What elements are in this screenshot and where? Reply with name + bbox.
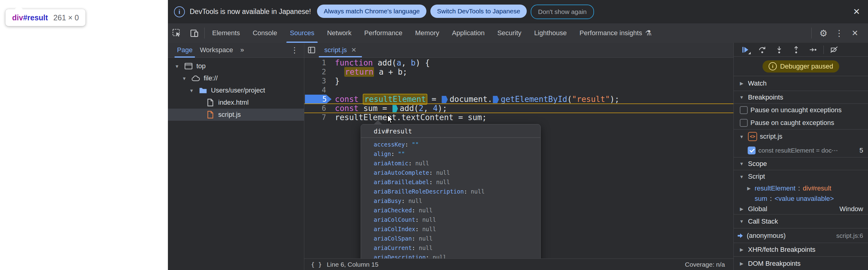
section-scope[interactable]: ▼ Scope — [734, 157, 868, 170]
paused-position-marker-icon[interactable] — [393, 105, 398, 112]
script-file-icon: <> — [748, 132, 757, 141]
scope-global-row[interactable]: ▶ Global Window — [734, 204, 868, 214]
breakpoint-group-row[interactable]: ▼ <> script.js — [734, 129, 868, 144]
tab-performance[interactable]: Performance — [358, 23, 409, 43]
editor-tab-script-js[interactable]: script.js ✕ — [319, 43, 362, 57]
debugger-paused-badge: i Debugger paused — [763, 60, 839, 72]
chevron-down-icon[interactable]: ▼ — [181, 76, 188, 81]
tree-item-users-user-project[interactable]: ▼Users/user/project — [168, 84, 304, 96]
tree-item-label: script.js — [218, 111, 241, 119]
scope-var-row[interactable]: ▶ resultElement: div#result — [734, 183, 868, 193]
close-devtools-icon[interactable]: ✕ — [846, 23, 864, 43]
scope-var-row[interactable]: sum: <value unavailable> — [734, 193, 868, 204]
section-dom-breakpoints[interactable]: ▶ DOM Breakpoints — [734, 257, 868, 270]
tab-label: Memory — [415, 29, 439, 37]
don-t-show-again-button[interactable]: Don't show again — [531, 5, 594, 19]
tree-item-file-[interactable]: ▼file:// — [168, 72, 304, 84]
variable-name: sum — [755, 195, 767, 203]
tab-sources[interactable]: Sources — [283, 23, 321, 43]
tab-security[interactable]: Security — [491, 23, 528, 43]
navigator-toggle-icon[interactable] — [304, 43, 319, 57]
file-js-icon — [205, 111, 216, 119]
section-watch[interactable]: ▶ Watch — [734, 76, 868, 91]
inline-breakpoint-marker-icon[interactable] — [493, 96, 499, 103]
pause-caught-row: Pause on caught exceptions — [734, 117, 868, 129]
status-coverage[interactable]: Coverage: n/a — [685, 261, 727, 268]
breakpoint-line-number: 5 — [860, 147, 868, 154]
tree-item-index-html[interactable]: index.html — [168, 96, 304, 109]
call-stack-frame-row[interactable]: (anonymous) script.js:6 — [734, 229, 868, 243]
more-tabs-icon[interactable]: » — [238, 46, 246, 54]
always-match-chrome-s-language-button[interactable]: Always match Chrome's language — [317, 5, 427, 18]
breakpoint-entry-row[interactable]: const resultElement = doc⋯ 5 — [734, 144, 868, 157]
code-token: , — [401, 58, 411, 67]
code-editor[interactable]: 1function add(a, b) {2 return a + b;3}45… — [304, 58, 734, 259]
code-token: getElementById — [501, 95, 567, 104]
inspect-element-icon[interactable] — [168, 23, 185, 43]
line-number[interactable]: 4 — [304, 86, 330, 95]
code-token — [359, 95, 363, 104]
tab-performance-insights[interactable]: Performance insights⚗ — [573, 23, 658, 43]
line-number[interactable]: 6 — [304, 104, 330, 113]
tab-lighthouse[interactable]: Lighthouse — [528, 23, 573, 43]
line-number[interactable]: 2 — [304, 67, 330, 77]
tab-console[interactable]: Console — [246, 23, 284, 43]
editor-tab-label: script.js — [324, 46, 347, 54]
line-number[interactable]: 3 — [304, 77, 330, 86]
step-button[interactable] — [805, 43, 822, 57]
variable-value: div#result — [803, 184, 831, 192]
tree-item-top[interactable]: ▼top — [168, 60, 304, 72]
step-into-button[interactable] — [771, 43, 788, 57]
inline-breakpoint-marker-icon[interactable] — [441, 96, 447, 103]
popover-property-list: accessKey: ""align: ""ariaAtomic: nullar… — [361, 138, 540, 259]
chevron-down-icon[interactable]: ▼ — [173, 64, 181, 69]
code-line: 5const resultElement = document.getEleme… — [304, 95, 734, 104]
step-out-button[interactable] — [788, 43, 805, 57]
scope-script-row[interactable]: ▼ Script — [734, 170, 868, 183]
navigator-menu-icon[interactable]: ⋮ — [288, 46, 301, 55]
code-token: a — [397, 58, 402, 67]
pause-uncaught-row: Pause on uncaught exceptions — [734, 104, 868, 117]
section-xhr-breakpoints[interactable]: ▶ XHR/fetch Breakpoints — [734, 243, 868, 257]
line-number[interactable]: 1 — [304, 58, 330, 67]
tab-label: Performance insights — [580, 29, 642, 37]
chevron-down-icon: ▼ — [738, 161, 745, 166]
breakpoint-badge[interactable]: 5 — [304, 95, 330, 104]
cloud-icon — [191, 74, 201, 82]
chevron-right-icon: ▶ — [738, 81, 745, 86]
tab-application[interactable]: Application — [445, 23, 491, 43]
step-over-button[interactable] — [754, 43, 771, 57]
section-breakpoints[interactable]: ▼ Breakpoints — [734, 91, 868, 104]
property-name: ariaBrailleRoleDescription — [374, 188, 464, 195]
scope-script-label: Script — [748, 173, 765, 181]
debugger-sidebar: i Debugger paused ▶ Watch ▼ Breakpoints … — [734, 43, 868, 270]
switch-devtools-to-japanese-button[interactable]: Switch DevTools to Japanese — [430, 5, 527, 18]
property-colon: : — [391, 150, 398, 157]
navigator-tab-page[interactable]: Page — [175, 43, 195, 58]
device-toolbar-icon[interactable] — [185, 23, 203, 43]
chevron-down-icon[interactable]: ▼ — [188, 88, 195, 93]
navigator-tab-workspace[interactable]: Workspace — [197, 43, 236, 58]
tab-network[interactable]: Network — [321, 23, 358, 43]
pretty-print-icon[interactable]: { } — [311, 261, 322, 268]
more-options-icon[interactable]: ⋮ — [834, 23, 844, 43]
line-number[interactable]: 7 — [304, 113, 330, 122]
file-html-icon — [205, 98, 216, 107]
tab-elements[interactable]: Elements — [206, 23, 246, 43]
popover-property: ariaColCount: null — [374, 215, 540, 224]
pause-uncaught-checkbox[interactable] — [740, 106, 748, 114]
frame-name: (anonymous) — [747, 232, 785, 240]
execution-line-top-border — [304, 103, 734, 104]
pause-caught-checkbox[interactable] — [740, 119, 748, 127]
deactivate-breakpoints-button[interactable] — [826, 43, 842, 57]
resume-button[interactable] — [737, 43, 754, 57]
settings-gear-icon[interactable]: ⚙ — [815, 23, 832, 43]
breakpoint-checkbox[interactable] — [748, 147, 755, 154]
breakpoint-marker-icon[interactable]: 5 — [305, 95, 332, 104]
close-infobar-icon[interactable]: ✕ — [853, 7, 860, 16]
tab-memory[interactable]: Memory — [409, 23, 445, 43]
close-tab-icon[interactable]: ✕ — [351, 47, 357, 54]
tree-item-script-js[interactable]: script.js — [168, 109, 304, 121]
navigator-header: Page Workspace » ⋮ — [168, 43, 304, 58]
section-call-stack[interactable]: ▼ Call Stack — [734, 214, 868, 229]
